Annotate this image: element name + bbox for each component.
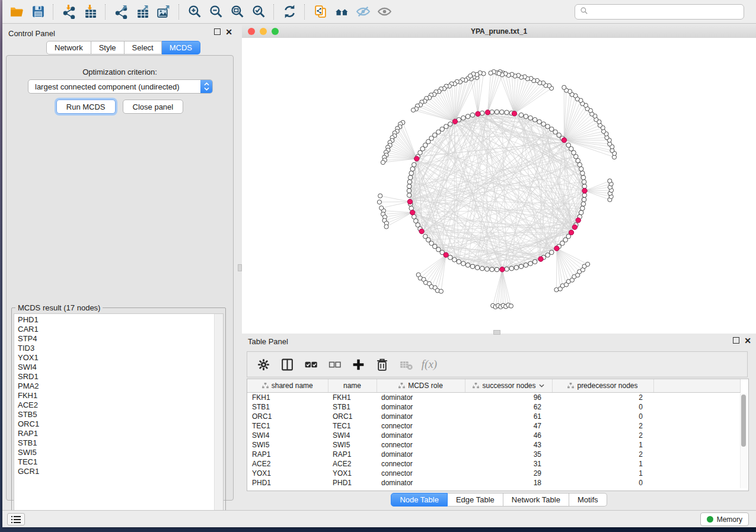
vertical-splitter[interactable] xyxy=(237,24,242,511)
show-all-button[interactable] xyxy=(374,2,395,21)
list-item[interactable]: STP4 xyxy=(18,334,212,344)
table-cell: 2 xyxy=(552,393,653,403)
list-item[interactable]: RAP1 xyxy=(18,429,212,438)
list-item[interactable]: PHD1 xyxy=(18,315,212,325)
search-box[interactable] xyxy=(575,4,744,20)
delete-column-button[interactable] xyxy=(373,355,391,374)
table-row[interactable]: ACE2ACE2connector311 xyxy=(247,459,740,469)
columns-icon xyxy=(280,357,295,372)
zoom-out-button[interactable] xyxy=(205,2,227,21)
table-row[interactable]: SWI5SWI5connector431 xyxy=(247,440,740,450)
list-item[interactable]: ORC1 xyxy=(18,419,212,429)
table-row[interactable]: RAP1RAP1dominator352 xyxy=(247,450,740,459)
list-item[interactable]: SWI5 xyxy=(18,448,212,457)
splitter-handle[interactable] xyxy=(238,264,242,271)
tab-edge-table[interactable]: Edge Table xyxy=(448,493,503,507)
table-row[interactable]: FKH1FKH1dominator962 xyxy=(247,393,740,403)
export-table-button[interactable] xyxy=(132,2,153,21)
list-item[interactable]: STB1 xyxy=(18,438,212,448)
search-icon xyxy=(580,7,588,17)
run-mcds-button[interactable]: Run MCDS xyxy=(56,100,116,114)
float-table-panel-icon[interactable] xyxy=(733,337,739,344)
table-scrollbar-thumb[interactable] xyxy=(741,395,746,447)
column-header-name[interactable]: name xyxy=(328,379,377,393)
network-title-bar[interactable]: YPA_prune.txt_1 xyxy=(242,25,756,39)
table-row[interactable]: TEC1TEC1connector472 xyxy=(247,421,740,431)
table-cell: 46 xyxy=(465,431,552,440)
select-all-checkboxes-button[interactable] xyxy=(302,355,320,374)
task-history-button[interactable] xyxy=(7,513,25,525)
mcds-tab-panel: Optimization criterion: largest connecte… xyxy=(6,55,234,501)
import-table-button[interactable] xyxy=(79,2,101,21)
list-item[interactable]: SRD1 xyxy=(18,372,212,382)
tab-node-table[interactable]: Node Table xyxy=(391,493,448,507)
table-scrollbar[interactable] xyxy=(740,393,747,488)
list-item[interactable]: ACE2 xyxy=(18,400,212,410)
table-panel: Table Panel ✕ f(x) shared namenameMCDS r… xyxy=(242,334,756,511)
function-builder-button[interactable]: f(x) xyxy=(420,355,438,374)
list-item[interactable]: FKH1 xyxy=(18,391,212,400)
duplicate-network-button[interactable] xyxy=(310,2,331,21)
show-all-icon xyxy=(377,4,392,19)
memory-button[interactable]: Memory xyxy=(700,512,749,526)
table-cell: 0 xyxy=(552,478,653,488)
tab-style[interactable]: Style xyxy=(91,41,125,55)
settings-button[interactable] xyxy=(254,355,272,374)
list-item[interactable]: STB5 xyxy=(18,410,212,419)
column-header-predecessor-nodes[interactable]: predecessor nodes xyxy=(552,379,653,393)
close-table-panel-icon[interactable]: ✕ xyxy=(744,338,751,344)
close-panel-icon[interactable]: ✕ xyxy=(225,29,232,35)
import-network-button[interactable] xyxy=(58,2,79,21)
tab-mcds[interactable]: MCDS xyxy=(162,41,200,55)
deselect-all-checkboxes-button[interactable] xyxy=(326,355,343,374)
open-session-button[interactable] xyxy=(6,2,27,21)
column-header-successor-nodes[interactable]: successor nodes xyxy=(465,379,552,393)
network-graph[interactable] xyxy=(242,38,756,334)
table-row[interactable]: SWI4SWI4dominator462 xyxy=(247,431,740,440)
criterion-dropdown[interactable]: largest connected component (undirected) xyxy=(28,79,213,94)
tab-network-table[interactable]: Network Table xyxy=(503,493,569,507)
float-panel-icon[interactable] xyxy=(214,28,221,35)
hide-selected-button[interactable] xyxy=(352,2,374,21)
zoom-selected-button[interactable] xyxy=(248,2,269,21)
export-image-icon xyxy=(157,4,171,19)
first-neighbors-button[interactable] xyxy=(331,2,352,21)
table-cell: 31 xyxy=(465,459,552,469)
add-column-button[interactable] xyxy=(349,355,367,374)
search-input[interactable] xyxy=(592,7,739,17)
refresh-layout-button[interactable] xyxy=(279,2,300,21)
table-cell: connector xyxy=(377,469,465,478)
export-network-button[interactable] xyxy=(110,2,132,21)
table-cell: SWI4 xyxy=(247,431,328,440)
delete-table-button[interactable] xyxy=(397,355,414,374)
network-canvas[interactable] xyxy=(242,38,756,334)
tab-select[interactable]: Select xyxy=(125,41,162,55)
tab-motifs[interactable]: Motifs xyxy=(569,493,607,507)
control-panel-title: Control Panel xyxy=(8,29,55,38)
list-item[interactable]: GCR1 xyxy=(18,467,212,476)
table-cell: TEC1 xyxy=(328,421,377,431)
list-item[interactable]: TEC1 xyxy=(18,457,212,467)
list-item[interactable]: YOX1 xyxy=(18,353,212,363)
result-list-scrollbar[interactable] xyxy=(214,314,223,515)
optimization-criterion-label: Optimization criterion: xyxy=(7,68,233,76)
table-row[interactable]: STB1STB1dominator620 xyxy=(247,402,740,412)
zoom-fit-button[interactable] xyxy=(227,2,248,21)
columns-button[interactable] xyxy=(278,355,296,374)
close-panel-button[interactable]: Close panel xyxy=(123,100,184,114)
table-row[interactable]: PHD1PHD1dominator180 xyxy=(247,478,740,488)
column-header-MCDS-role[interactable]: MCDS role xyxy=(377,379,465,393)
column-header-shared-name[interactable]: shared name xyxy=(247,379,328,393)
list-item[interactable]: PMA2 xyxy=(18,382,212,391)
save-session-button[interactable] xyxy=(27,2,49,21)
list-item[interactable]: CAR1 xyxy=(18,325,212,334)
list-item[interactable]: TID3 xyxy=(18,344,212,353)
zoom-in-button[interactable] xyxy=(184,2,205,21)
status-bar: Memory xyxy=(2,510,756,527)
export-image-button[interactable] xyxy=(153,2,174,21)
tab-network[interactable]: Network xyxy=(46,41,91,55)
table-row[interactable]: YOX1YOX1connector291 xyxy=(247,469,740,478)
horizontal-splitter-handle[interactable] xyxy=(493,330,500,335)
list-item[interactable]: SWI4 xyxy=(18,363,212,372)
table-row[interactable]: ORC1ORC1dominator610 xyxy=(247,412,740,421)
